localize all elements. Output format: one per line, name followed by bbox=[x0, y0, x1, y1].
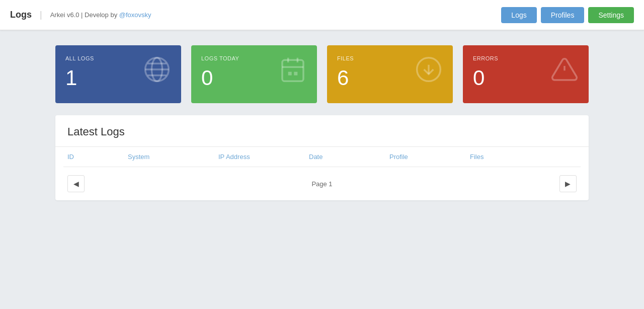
stat-cards-container: ALL LOGS 1 LOGS TODAY 0 bbox=[55, 45, 589, 103]
col-id: ID bbox=[67, 153, 128, 161]
col-files: Files bbox=[470, 153, 577, 161]
stat-card-errors: ERRORS 0 bbox=[463, 45, 589, 103]
download-icon bbox=[415, 55, 443, 88]
panel-header: Latest Logs bbox=[55, 115, 589, 147]
col-system: System bbox=[128, 153, 218, 161]
app-brand: Logs bbox=[10, 10, 32, 20]
page-label: Page 1 bbox=[311, 180, 332, 188]
globe-icon bbox=[143, 55, 171, 88]
svg-rect-9 bbox=[288, 72, 292, 75]
main-content: ALL LOGS 1 LOGS TODAY 0 bbox=[0, 30, 644, 215]
settings-button[interactable]: Settings bbox=[588, 7, 634, 23]
logs-table: ID System IP Address Date Profile Files … bbox=[55, 147, 589, 200]
col-profile: Profile bbox=[389, 153, 470, 161]
table-header-row: ID System IP Address Date Profile Files bbox=[63, 147, 581, 167]
stat-card-all-logs: ALL LOGS 1 bbox=[55, 45, 181, 103]
stat-card-logs-today: LOGS TODAY 0 bbox=[191, 45, 317, 103]
header-divider: | bbox=[40, 10, 42, 20]
next-page-button[interactable]: ▶ bbox=[559, 175, 577, 192]
header-subtitle: Arkei v6.0 | Develop by @foxovsky bbox=[50, 11, 151, 19]
header-nav: Logs Profiles Settings bbox=[501, 7, 634, 23]
panel-title: Latest Logs bbox=[67, 125, 577, 138]
logs-button[interactable]: Logs bbox=[501, 7, 536, 23]
prev-page-button[interactable]: ◀ bbox=[67, 175, 85, 192]
profiles-button[interactable]: Profiles bbox=[541, 7, 585, 23]
app-header: Logs | Arkei v6.0 | Develop by @foxovsky… bbox=[0, 0, 644, 30]
col-ip: IP Address bbox=[218, 153, 309, 161]
col-date: Date bbox=[309, 153, 389, 161]
latest-logs-panel: Latest Logs ID System IP Address Date Pr… bbox=[55, 115, 589, 200]
foxovsky-link[interactable]: @foxovsky bbox=[119, 11, 151, 19]
stat-card-files: FILES 6 bbox=[327, 45, 453, 103]
calendar-icon bbox=[279, 55, 307, 88]
svg-rect-5 bbox=[282, 60, 303, 81]
pagination-row: ◀ Page 1 ▶ bbox=[63, 167, 581, 200]
svg-rect-10 bbox=[294, 72, 297, 75]
warning-icon bbox=[550, 55, 579, 88]
